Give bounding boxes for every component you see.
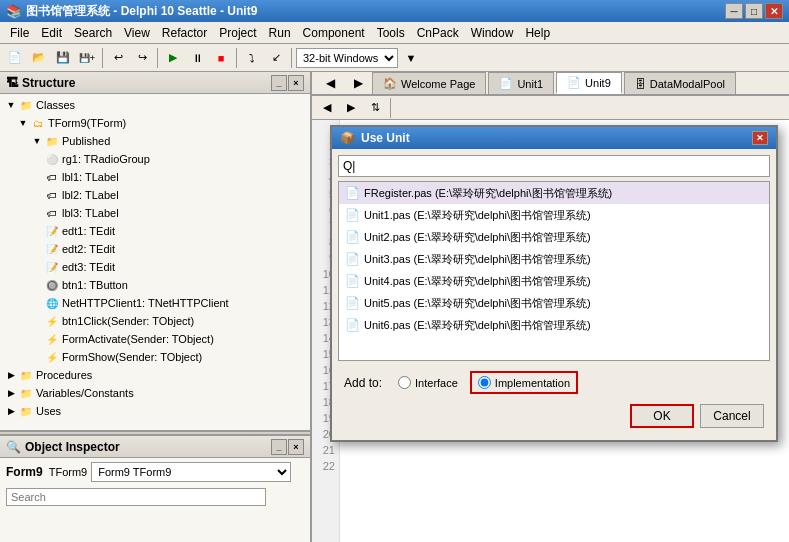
tree-lbl3[interactable]: 🏷 lbl3: TLabel <box>2 204 308 222</box>
tree-formactivate[interactable]: ⚡ FormActivate(Sender: TObject) <box>2 330 308 348</box>
file-name-3: Unit2.pas (E:\翠玲研究\delphi\图书馆管理系统) <box>364 230 591 245</box>
add-to-label: Add to: <box>344 376 382 390</box>
tree-classes-root[interactable]: ▼ 📁 Classes <box>2 96 308 114</box>
close-button[interactable]: ✕ <box>765 3 783 19</box>
menu-cnpack[interactable]: CnPack <box>411 24 465 42</box>
file-item-unit5[interactable]: 📄 Unit5.pas (E:\翠玲研究\delphi\图书馆管理系统) <box>339 292 769 314</box>
tree-btn1click[interactable]: ⚡ btn1Click(Sender: TObject) <box>2 312 308 330</box>
undo-button[interactable]: ↩ <box>107 47 129 69</box>
tree-toggle-classes[interactable]: ▼ <box>4 98 18 112</box>
tab-unit1[interactable]: 📄 Unit1 <box>488 72 554 94</box>
object-name-label: Form9 <box>6 465 43 479</box>
inspector-close-btn[interactable]: × <box>288 439 304 455</box>
tab-datamodalpool[interactable]: 🗄 DataModalPool <box>624 72 736 94</box>
structure-minimize-btn[interactable]: _ <box>271 75 287 91</box>
tree-edt2[interactable]: 📝 edt2: TEdit <box>2 240 308 258</box>
back-button[interactable]: ◀ <box>316 72 344 94</box>
menu-edit[interactable]: Edit <box>35 24 68 42</box>
menu-help[interactable]: Help <box>519 24 556 42</box>
use-unit-modal: 📦 Use Unit ✕ 📄 FRegister.pas (E:\翠玲研究\de… <box>330 125 778 442</box>
tree-httpclient[interactable]: 🌐 NetHTTPClient1: TNetHTTPClient <box>2 294 308 312</box>
tree-variables[interactable]: ▶ 📁 Variables/Constants <box>2 384 308 402</box>
maximize-button[interactable]: □ <box>745 3 763 19</box>
tree-toggle-published[interactable]: ▼ <box>30 134 44 148</box>
menu-view[interactable]: View <box>118 24 156 42</box>
radio-interface-option[interactable]: Interface <box>398 376 458 389</box>
tree-uses[interactable]: ▶ 📁 Uses <box>2 402 308 420</box>
ok-button[interactable]: OK <box>630 404 694 428</box>
menu-refactor[interactable]: Refactor <box>156 24 213 42</box>
step-over-button[interactable]: ⤵ <box>241 47 263 69</box>
inspector-minimize-btn[interactable]: _ <box>271 439 287 455</box>
tab-unit9[interactable]: 📄 Unit9 <box>556 72 622 94</box>
editor-fwd-btn[interactable]: ▶ <box>340 97 362 119</box>
tree-label-edt1: edt1: TEdit <box>62 225 115 237</box>
stop-button[interactable]: ■ <box>210 47 232 69</box>
tab-welcome[interactable]: 🏠 Welcome Page <box>372 72 486 94</box>
modal-search-input[interactable] <box>338 155 770 177</box>
file-item-fregister[interactable]: 📄 FRegister.pas (E:\翠玲研究\delphi\图书馆管理系统) <box>339 182 769 204</box>
object-inspector-search[interactable] <box>6 488 266 506</box>
new-button[interactable]: 📄 <box>4 47 26 69</box>
file-item-unit2[interactable]: 📄 Unit2.pas (E:\翠玲研究\delphi\图书馆管理系统) <box>339 226 769 248</box>
procedures-icon: 📁 <box>18 367 34 383</box>
menu-project[interactable]: Project <box>213 24 262 42</box>
object-select-dropdown[interactable]: Form9 TForm9 <box>91 462 291 482</box>
file-icon-3: 📄 <box>345 230 360 244</box>
menu-run[interactable]: Run <box>263 24 297 42</box>
tree-toggle-variables[interactable]: ▶ <box>4 386 18 400</box>
save-all-button[interactable]: 💾+ <box>76 47 98 69</box>
cancel-button[interactable]: Cancel <box>700 404 764 428</box>
tree-rg1[interactable]: ⚪ rg1: TRadioGroup <box>2 150 308 168</box>
net-icon: 🌐 <box>44 295 60 311</box>
editor-sep <box>390 98 391 118</box>
tree-toggle-uses[interactable]: ▶ <box>4 404 18 418</box>
tree-formshow[interactable]: ⚡ FormShow(Sender: TObject) <box>2 348 308 366</box>
tree-btn1[interactable]: 🔘 btn1: TButton <box>2 276 308 294</box>
tree-procedures[interactable]: ▶ 📁 Procedures <box>2 366 308 384</box>
modal-close-button[interactable]: ✕ <box>752 131 768 145</box>
menu-file[interactable]: File <box>4 24 35 42</box>
menu-search[interactable]: Search <box>68 24 118 42</box>
file-item-unit6[interactable]: 📄 Unit6.pas (E:\翠玲研究\delphi\图书馆管理系统) <box>339 314 769 336</box>
file-icon-6: 📄 <box>345 296 360 310</box>
tree-edt3[interactable]: 📝 edt3: TEdit <box>2 258 308 276</box>
radio-implementation-option[interactable]: Implementation <box>470 371 578 394</box>
tree-lbl2[interactable]: 🏷 lbl2: TLabel <box>2 186 308 204</box>
open-button[interactable]: 📂 <box>28 47 50 69</box>
editor-back-btn[interactable]: ◀ <box>316 97 338 119</box>
tree-label-published: Published <box>62 135 110 147</box>
button-icon: 🔘 <box>44 277 60 293</box>
forward-button[interactable]: ▶ <box>344 72 372 94</box>
folder-icon: 📁 <box>18 97 34 113</box>
radio-implementation-input[interactable] <box>478 376 491 389</box>
file-item-unit1[interactable]: 📄 Unit1.pas (E:\翠玲研究\delphi\图书馆管理系统) <box>339 204 769 226</box>
tree-edt1[interactable]: 📝 edt1: TEdit <box>2 222 308 240</box>
tree-published[interactable]: ▼ 📁 Published <box>2 132 308 150</box>
radio-interface-input[interactable] <box>398 376 411 389</box>
dropdown-arrow[interactable]: ▼ <box>400 47 422 69</box>
pause-button[interactable]: ⏸ <box>186 47 208 69</box>
tree-toggle-tform9[interactable]: ▼ <box>16 116 30 130</box>
redo-button[interactable]: ↪ <box>131 47 153 69</box>
file-item-unit3[interactable]: 📄 Unit3.pas (E:\翠玲研究\delphi\图书馆管理系统) <box>339 248 769 270</box>
structure-close-btn[interactable]: × <box>288 75 304 91</box>
menu-component[interactable]: Component <box>297 24 371 42</box>
tree-toggle-procedures[interactable]: ▶ <box>4 368 18 382</box>
editor-toggle-btn[interactable]: ⇅ <box>364 97 386 119</box>
platform-dropdown[interactable]: 32-bit Windows 64-bit Windows <box>296 48 398 68</box>
modal-delphi-icon: 📦 <box>340 131 355 145</box>
toolbar-sep-3 <box>236 48 237 68</box>
edit3-icon: 📝 <box>44 259 60 275</box>
tree-lbl1[interactable]: 🏷 lbl1: TLabel <box>2 168 308 186</box>
menu-tools[interactable]: Tools <box>371 24 411 42</box>
menu-window[interactable]: Window <box>465 24 520 42</box>
step-into-button[interactable]: ↙ <box>265 47 287 69</box>
file-item-unit4[interactable]: 📄 Unit4.pas (E:\翠玲研究\delphi\图书馆管理系统) <box>339 270 769 292</box>
run-button[interactable]: ▶ <box>162 47 184 69</box>
file-name-4: Unit3.pas (E:\翠玲研究\delphi\图书馆管理系统) <box>364 252 591 267</box>
save-button[interactable]: 💾 <box>52 47 74 69</box>
minimize-button[interactable]: ─ <box>725 3 743 19</box>
tree-label-btn1click: btn1Click(Sender: TObject) <box>62 315 194 327</box>
tree-tform9[interactable]: ▼ 🗂 TForm9(TForm) <box>2 114 308 132</box>
